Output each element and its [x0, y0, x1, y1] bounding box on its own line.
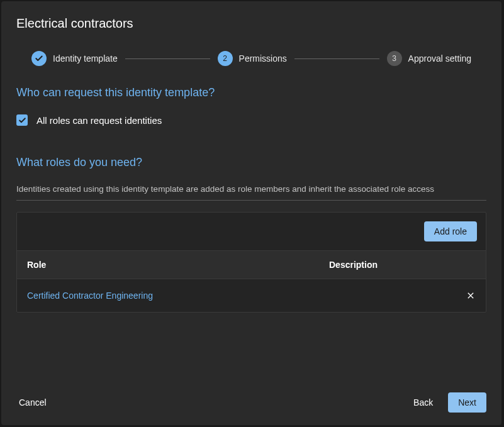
step-divider	[125, 58, 210, 59]
modal-footer: Cancel Back Next	[1, 381, 501, 425]
step-number-icon: 3	[387, 51, 402, 66]
page-title: Electrical contractors	[16, 16, 486, 31]
back-button[interactable]: Back	[411, 392, 435, 413]
step-label: Approval setting	[408, 53, 471, 64]
column-header-description: Description	[329, 260, 458, 270]
table-row: Certified Contractor Engineering	[17, 279, 486, 312]
divider	[16, 200, 486, 201]
section-heading-who-can-request: Who can request this identity template?	[16, 86, 486, 99]
roles-help-text: Identities created using this identity t…	[16, 184, 486, 194]
add-role-button[interactable]: Add role	[424, 221, 477, 241]
next-button[interactable]: Next	[448, 392, 486, 413]
wizard-stepper: Identity template 2 Permissions 3 Approv…	[16, 51, 486, 66]
step-permissions: 2 Permissions	[218, 51, 287, 66]
step-identity-template: Identity template	[31, 51, 118, 66]
step-number-icon: 2	[218, 51, 233, 66]
step-label: Identity template	[53, 53, 118, 64]
step-approval-setting: 3 Approval setting	[387, 51, 471, 66]
roles-table: Add role Role Description Certified Cont…	[16, 212, 486, 313]
close-icon[interactable]	[458, 291, 476, 301]
role-link[interactable]: Certified Contractor Engineering	[27, 291, 153, 301]
all-roles-label: All roles can request identities	[36, 115, 162, 126]
cancel-button[interactable]: Cancel	[16, 392, 49, 413]
check-icon	[31, 51, 47, 66]
table-header: Role Description	[17, 250, 486, 279]
section-heading-roles-needed: What roles do you need?	[16, 156, 486, 169]
column-header-role: Role	[27, 260, 329, 270]
step-label: Permissions	[239, 53, 287, 64]
all-roles-checkbox[interactable]	[16, 114, 28, 126]
step-divider	[294, 58, 379, 59]
